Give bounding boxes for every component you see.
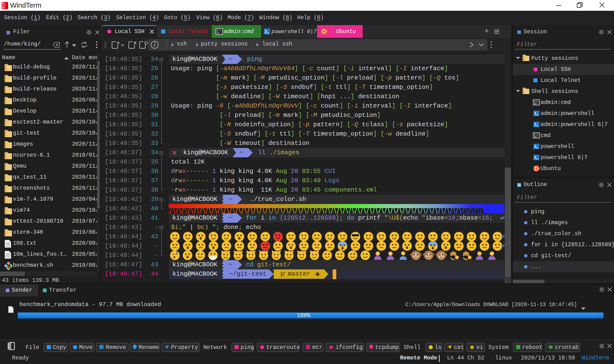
svg-text:C:\: C:\ bbox=[217, 29, 221, 32]
